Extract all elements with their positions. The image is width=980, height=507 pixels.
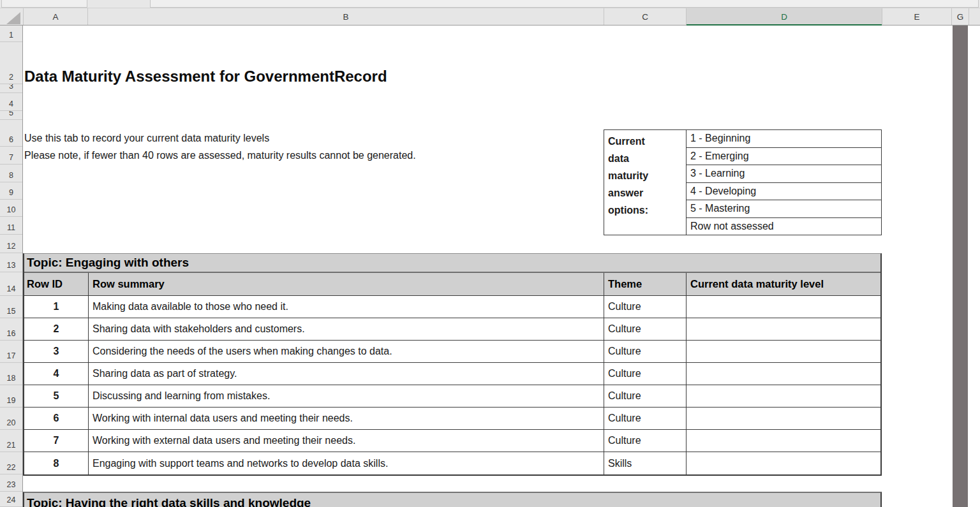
row-header-7[interactable]: 7 [0,147,22,165]
row-header-5[interactable]: 5 [0,111,22,120]
row-header-19[interactable]: 19 [0,385,22,408]
assessment-table: Topic: Engaging with others Row ID Row s… [23,253,882,476]
column-header-c[interactable]: C [604,8,686,25]
theme-cell[interactable]: Skills [604,452,686,474]
theme-cell[interactable]: Culture [604,408,686,429]
col-header-theme[interactable]: Theme [604,273,686,295]
maturity-level-cell[interactable] [686,363,880,385]
table-row: 2 Sharing data with stakeholders and cus… [24,318,880,341]
row-header-10[interactable]: 10 [0,200,22,217]
topic-header-cell[interactable]: Topic: Engaging with others [24,254,880,273]
select-all-corner[interactable] [0,8,23,25]
column-header-partial[interactable] [969,8,980,25]
row-header-23[interactable]: 23 [0,474,22,492]
column-header-row: A B C D E G [0,8,980,26]
theme-cell[interactable]: Culture [604,296,686,318]
theme-cell[interactable]: Culture [604,341,686,362]
table-row: 8 Engaging with support teams and networ… [24,452,880,474]
answer-option-cell[interactable]: 5 - Mastering [687,200,881,218]
row-summary-cell[interactable]: Working with external data users and mee… [88,430,604,452]
theme-cell[interactable]: Culture [604,385,686,407]
col-header-row-summary[interactable]: Row summary [88,273,604,295]
row-id-cell[interactable]: 3 [24,341,88,362]
maturity-level-cell[interactable] [686,452,880,474]
row-id-cell[interactable]: 6 [24,408,88,429]
formula-bar-strip [0,0,980,8]
row-header-13[interactable]: 13 [0,253,22,272]
table-row: 3 Considering the needs of the users whe… [24,341,880,363]
row-id-cell[interactable]: 5 [24,385,88,407]
theme-cell[interactable]: Culture [604,363,686,385]
row-header-4[interactable]: 4 [0,93,22,111]
row-header-12[interactable]: 12 [0,235,22,253]
answer-options-label-cell[interactable]: Current data maturity answer options: [604,130,687,235]
row-header-8[interactable]: 8 [0,165,22,182]
row-header-22[interactable]: 22 [0,452,22,474]
table-header-row: Row ID Row summary Theme Current data ma… [24,273,880,296]
answer-option-cell[interactable]: 1 - Beginning [687,130,881,148]
maturity-level-cell[interactable] [686,318,880,340]
row-header-18[interactable]: 18 [0,363,22,385]
row-summary-cell[interactable]: Sharing data with stakeholders and custo… [88,318,604,340]
row-header-17[interactable]: 17 [0,341,22,363]
row-summary-cell[interactable]: Engaging with support teams and networks… [88,452,604,474]
row-summary-cell[interactable]: Sharing data as part of strategy. [88,363,604,385]
table-row: 6 Working with internal data users and m… [24,408,880,430]
answer-option-cell[interactable]: 2 - Emerging [687,148,881,166]
row-number-gutter: 1 2 3 4 5 6 7 8 9 10 11 12 13 14 15 16 1… [0,26,23,507]
row-header-24[interactable]: 24 [0,492,22,507]
column-header-e[interactable]: E [882,8,951,25]
table-row: 4 Sharing data as part of strategy. Cult… [24,363,880,385]
maturity-level-cell[interactable] [686,408,880,429]
row-header-20[interactable]: 20 [0,408,22,430]
name-box[interactable] [1,0,87,8]
row-id-cell[interactable]: 7 [24,430,88,452]
column-header-b[interactable]: B [87,8,604,25]
row-header-15[interactable]: 15 [0,296,22,318]
col-header-row-id[interactable]: Row ID [24,273,88,295]
row-header-6[interactable]: 6 [0,129,22,147]
column-header-a[interactable]: A [23,8,87,25]
table-row: 1 Making data available to those who nee… [24,296,880,318]
row-id-cell[interactable]: 1 [24,296,88,318]
row-id-cell[interactable]: 8 [24,452,88,474]
row-header-16[interactable]: 16 [0,318,22,341]
maturity-level-cell[interactable] [686,430,880,452]
row-header-14[interactable]: 14 [0,272,22,296]
maturity-level-cell[interactable] [686,296,880,318]
theme-cell[interactable]: Culture [604,430,686,452]
row-summary-cell[interactable]: Making data available to those who need … [88,296,604,318]
row-header-11[interactable]: 11 [0,217,22,235]
column-header-d-selected[interactable]: D [686,8,882,25]
row-header-2[interactable]: 2 [0,42,22,84]
answer-option-cell[interactable]: 4 - Developing [687,183,881,201]
row-header-21[interactable]: 21 [0,430,22,452]
sheet-title-cell[interactable]: Data Maturity Assessment for GovernmentR… [24,61,650,85]
row-id-cell[interactable]: 4 [24,363,88,385]
theme-cell[interactable]: Culture [604,318,686,340]
row-header-9[interactable]: 9 [0,182,22,200]
column-header-g[interactable]: G [951,8,969,25]
select-all-triangle-icon [6,12,20,24]
maturity-level-cell[interactable] [686,341,880,362]
divider-column-g[interactable] [953,26,968,507]
answer-option-cell[interactable]: Row not assessed [687,218,881,235]
formula-bar[interactable] [150,0,979,8]
maturity-level-cell[interactable] [686,385,880,407]
note-cell-2[interactable]: Please note, if fewer than 40 rows are a… [24,147,416,165]
row-summary-cell[interactable]: Considering the needs of the users when … [88,341,604,362]
next-topic-header-cell[interactable]: Topic: Having the right data skills and … [23,492,882,507]
answer-option-cell[interactable]: 3 - Learning [687,165,881,183]
table-row: 7 Working with external data users and m… [24,430,880,452]
row-id-cell[interactable]: 2 [24,318,88,340]
table-row: 5 Discussing and learning from mistakes.… [24,385,880,408]
answer-options-list: 1 - Beginning 2 - Emerging 3 - Learning … [687,130,881,235]
row-summary-cell[interactable]: Discussing and learning from mistakes. [88,385,604,407]
col-header-current-level[interactable]: Current data maturity level [686,273,880,295]
row-summary-cell[interactable]: Working with internal data users and mee… [88,408,604,429]
row-header-3[interactable]: 3 [0,84,22,93]
note-cell-1[interactable]: Use this tab to record your current data… [24,129,269,147]
row-header-1[interactable]: 1 [0,26,22,42]
answer-options-box: Current data maturity answer options: 1 … [604,129,882,235]
